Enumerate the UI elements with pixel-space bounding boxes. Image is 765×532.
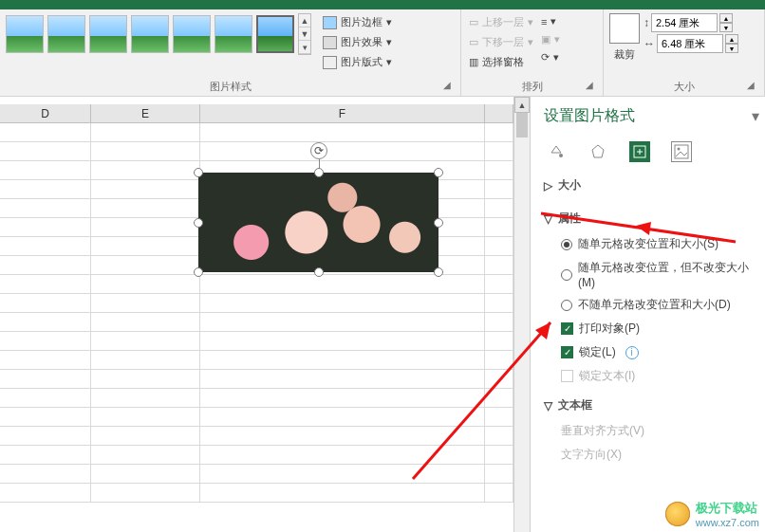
label: 大小 — [558, 177, 581, 193]
resize-handle[interactable] — [434, 168, 443, 177]
text-direction-field: 文字方向(X) — [561, 447, 759, 463]
textbox-section-header[interactable]: ▽文本框 — [544, 394, 759, 417]
column-headers: D E F — [0, 104, 513, 123]
worksheet-grid[interactable]: D E F ⟳ — [0, 97, 513, 532]
scroll-thumb[interactable] — [516, 113, 528, 138]
column-header[interactable]: F — [200, 104, 485, 123]
picture-layout-button[interactable]: 图片版式▾ — [321, 53, 394, 71]
layout-icon — [323, 56, 337, 69]
pane-title: 设置图片格式 ▾ — [544, 106, 759, 126]
effects-tab-icon[interactable] — [588, 141, 608, 162]
size-properties-tab-icon[interactable] — [629, 141, 650, 162]
border-swatch-icon — [323, 16, 337, 29]
style-preset[interactable] — [6, 15, 44, 53]
svg-rect-3 — [675, 145, 688, 158]
style-preset-selected[interactable] — [256, 15, 294, 53]
picture-styles-gallery[interactable]: ▲▼▾ — [6, 13, 311, 55]
collapse-caret-icon: ▽ — [544, 399, 552, 413]
info-icon[interactable]: i — [625, 346, 639, 359]
format-picture-pane: 设置图片格式 ▾ ▷大小 ▽属性 随单元格改变位置和大小(S) 随单元格改变位置… — [530, 97, 765, 532]
pane-menu-caret-icon[interactable]: ▾ — [752, 107, 759, 125]
align-icon: ≡ — [541, 16, 547, 28]
size-section: ▷大小 — [544, 174, 759, 197]
resize-handle[interactable] — [434, 218, 443, 228]
checkbox-icon: ✓ — [561, 346, 573, 358]
rotate-handle[interactable]: ⟳ — [310, 142, 327, 159]
label: 不随单元格改变位置和大小(D) — [578, 297, 731, 313]
resize-handle[interactable] — [314, 168, 324, 177]
scroll-up-button[interactable]: ▲ — [514, 97, 530, 113]
gallery-more[interactable]: ▲▼▾ — [298, 13, 311, 55]
label: 上移一层 — [482, 15, 524, 29]
resize-handle[interactable] — [194, 168, 203, 177]
dialog-launcher[interactable]: ◢ — [586, 80, 593, 90]
print-object-checkbox[interactable]: ✓打印对象(P) — [561, 321, 759, 337]
dialog-launcher[interactable]: ◢ — [443, 80, 451, 90]
svg-marker-1 — [592, 145, 604, 157]
effects-icon — [323, 36, 337, 49]
rotate-icon: ⟳ — [541, 51, 550, 64]
group-label: 图片样式◢ — [6, 78, 455, 94]
selected-picture[interactable]: ⟳ — [198, 173, 438, 272]
group-picture-styles: ▲▼▾ 图片边框▾ 图片效果▾ 图片版式▾ 图片样式◢ — [0, 9, 461, 96]
move-no-size-radio[interactable]: 随单元格改变位置，但不改变大小(M) — [561, 260, 759, 289]
resize-handle[interactable] — [194, 218, 203, 228]
width-spinner[interactable]: ▲▼ — [725, 34, 738, 53]
height-spinner[interactable]: ▲▼ — [719, 13, 733, 32]
move-size-with-cells-radio[interactable]: 随单元格改变位置和大小(S) — [561, 236, 759, 252]
bring-forward-icon: ▭ — [469, 16, 478, 28]
group-icon: ▣ — [541, 33, 550, 46]
dropdown-caret-icon: ▾ — [386, 56, 392, 68]
radio-icon — [561, 269, 572, 281]
group-button: ▣▾ — [539, 31, 562, 47]
picture-effects-button[interactable]: 图片效果▾ — [321, 33, 394, 51]
collapse-caret-icon: ▽ — [544, 212, 552, 226]
width-icon: ↔ — [644, 37, 655, 50]
dropdown-caret-icon: ▾ — [386, 16, 392, 28]
rotate-button[interactable]: ⟳▾ — [539, 49, 562, 65]
label: 下移一层 — [482, 35, 524, 49]
properties-section: ▽属性 随单元格改变位置和大小(S) 随单元格改变位置，但不改变大小(M) 不随… — [544, 207, 759, 384]
picture-tab-icon[interactable] — [671, 141, 692, 162]
style-preset[interactable] — [89, 15, 127, 53]
textbox-section: ▽文本框 垂直对齐方式(V) 文字方向(X) — [544, 394, 759, 463]
align-button[interactable]: ≡▾ — [539, 13, 562, 29]
selection-pane-button[interactable]: ▥选择窗格 — [467, 53, 535, 71]
picture-border-button[interactable]: 图片边框▾ — [321, 13, 394, 31]
work-area: D E F ⟳ — [0, 97, 765, 532]
fill-line-tab-icon[interactable] — [546, 141, 567, 162]
watermark-logo-icon — [665, 502, 690, 526]
label: 图片版式 — [341, 55, 382, 69]
column-header[interactable] — [485, 104, 513, 123]
label: 图片边框 — [341, 15, 382, 29]
dialog-launcher[interactable]: ◢ — [747, 80, 755, 90]
style-preset[interactable] — [215, 15, 252, 53]
column-header[interactable]: D — [0, 104, 91, 123]
style-preset[interactable] — [47, 15, 85, 53]
vertical-scrollbar[interactable]: ▲ — [513, 97, 530, 532]
selection-pane-icon: ▥ — [469, 56, 478, 68]
svg-point-0 — [559, 154, 563, 157]
label: 随单元格改变位置和大小(S) — [578, 236, 718, 252]
expand-caret-icon: ▷ — [544, 179, 552, 193]
properties-section-header[interactable]: ▽属性 — [544, 207, 759, 230]
locked-checkbox[interactable]: ✓锁定(L)i — [561, 344, 759, 360]
style-preset[interactable] — [173, 15, 211, 53]
column-header[interactable]: E — [91, 104, 200, 123]
crop-button[interactable]: 裁剪 — [612, 46, 637, 64]
vertical-align-field: 垂直对齐方式(V) — [561, 423, 759, 439]
height-input[interactable]: 2.54 厘米 — [651, 13, 718, 32]
bring-forward-button: ▭上移一层▾ — [467, 13, 535, 31]
lock-text-checkbox: 锁定文本(I) — [561, 368, 759, 384]
dont-move-radio[interactable]: 不随单元格改变位置和大小(D) — [561, 297, 759, 313]
width-input[interactable]: 6.48 厘米 — [657, 34, 723, 53]
resize-handle[interactable] — [194, 267, 203, 277]
send-backward-button: ▭下移一层▾ — [467, 33, 535, 51]
resize-handle[interactable] — [434, 267, 443, 277]
size-section-header[interactable]: ▷大小 — [544, 174, 759, 197]
resize-handle[interactable] — [314, 267, 324, 277]
group-label: 排列◢ — [467, 78, 597, 94]
ribbon-tabs — [0, 0, 765, 9]
group-size: 裁剪 ↕ 2.54 厘米 ▲▼ ↔ 6.48 厘米 ▲▼ 大小◢ — [604, 9, 765, 96]
style-preset[interactable] — [131, 15, 169, 53]
